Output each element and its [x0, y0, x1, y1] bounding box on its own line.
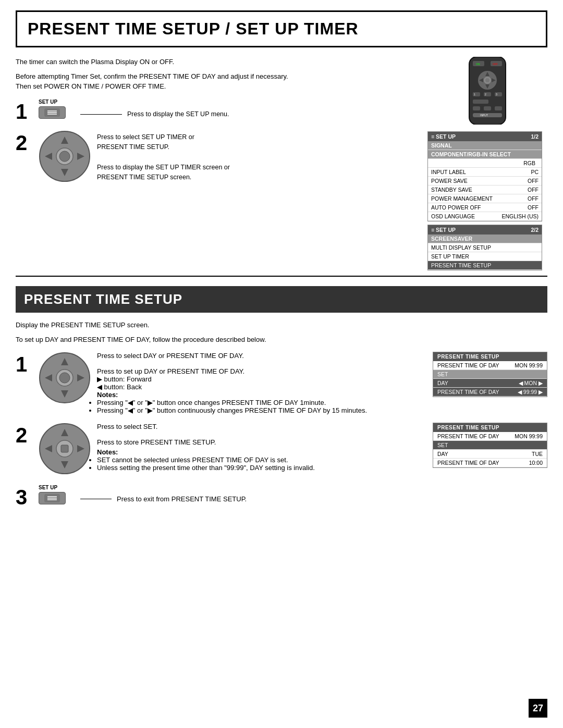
- menu-power-save-label: POWER SAVE: [431, 178, 468, 184]
- section2-intro1: Display the PRESENT TIME SETUP screen.: [16, 320, 547, 330]
- svg-text:1: 1: [474, 93, 475, 96]
- section2-step1-row: 1 Press to select DAY or PRESENT TIME OF…: [16, 352, 547, 414]
- pts2-row3: DAY TUE: [433, 450, 547, 459]
- pts2-row4: PRESENT TIME OF DAY 10:00: [433, 459, 547, 467]
- svg-rect-29: [473, 100, 488, 104]
- section2-title-box: PRESENT TIME SETUP: [16, 286, 547, 313]
- menu-multi-display-label: MULTI DISPLAY SETUP: [431, 244, 491, 251]
- section2-step3-graphic: SET UP: [39, 485, 74, 504]
- menu-auto-power-value: OFF: [528, 204, 538, 211]
- step1-desc: Press to display the SET UP menu.: [127, 109, 417, 119]
- pts1-row1: PRESENT TIME OF DAY MON 99:99: [433, 361, 547, 370]
- pts1-row4-label: PRESENT TIME OF DAY: [437, 389, 499, 395]
- remote-control-graphic: ON OFF 1: [427, 57, 547, 126]
- pts1-header: PRESENT TIME SETUP: [433, 352, 547, 361]
- pts2-row2: SET: [433, 441, 547, 450]
- section2-step1-dpad: [39, 352, 91, 405]
- main-title: PRESENT TIME SETUP / SET UP TIMER: [28, 19, 535, 39]
- pts1-row3: DAY ◀ MON ▶: [433, 379, 547, 388]
- menu-present-time-row: PRESENT TIME SETUP: [428, 261, 542, 270]
- menu-signal-label: SIGNAL: [431, 142, 452, 149]
- pts1-row4-value: ◀ 99:99 ▶: [518, 389, 543, 395]
- svg-point-37: [59, 373, 70, 383]
- menu-panel-2-page: 2/2: [531, 227, 538, 233]
- section2-step3-row: 3 SET UP Press to exit from PRESENT TIME…: [16, 485, 547, 508]
- menu-input-label-row: INPUT LABEL PC: [428, 168, 542, 177]
- menu-screensaver-row: SCREENSAVER: [428, 235, 542, 243]
- section2-step3-desc: Press to exit from PRESENT TIME SETUP.: [117, 495, 247, 503]
- menu-standby-save-row: STANDBY SAVE OFF: [428, 186, 542, 194]
- setup-button: [39, 106, 66, 119]
- svg-text:ON: ON: [476, 63, 480, 66]
- menu-osd-lang-row: OSD LANGUAGE ENGLISH (US): [428, 212, 542, 221]
- menu-input-value: PC: [531, 169, 538, 175]
- intro-text-2: Before attempting Timer Set, confirm the…: [16, 71, 417, 92]
- pts2-header: PRESENT TIME SETUP: [433, 423, 547, 432]
- menu-osd-lang-value: ENGLISH (US): [501, 213, 538, 219]
- pts1-row2: SET: [433, 370, 547, 379]
- section2-step3-number: 3: [16, 485, 39, 508]
- section2-step2-panel: PRESENT TIME SETUP PRESENT TIME OF DAY M…: [433, 423, 547, 468]
- section-divider: [16, 276, 547, 277]
- svg-text:INPUT: INPUT: [480, 114, 488, 117]
- main-title-box: PRESENT TIME SETUP / SET UP TIMER: [16, 10, 547, 47]
- step1-graphic: SET UP: [39, 99, 74, 119]
- pts2-row3-label: DAY: [437, 451, 448, 457]
- pts2-row3-value: TUE: [532, 451, 543, 457]
- svg-rect-30: [473, 106, 480, 110]
- pts2-row4-value: 10:00: [529, 460, 543, 466]
- menu-rgb-select-label: COMPONENT/RGB-IN SELECT: [431, 151, 511, 157]
- menu-multi-display-row: MULTI DISPLAY SETUP: [428, 243, 542, 252]
- step3-setup-button: [39, 492, 66, 504]
- pts1-row4: PRESENT TIME OF DAY ◀ 99:99 ▶: [433, 388, 547, 397]
- menu-panel-1-page: 1/2: [531, 133, 538, 140]
- menu-screensaver-label: SCREENSAVER: [431, 236, 472, 242]
- section2-step2-row: 2 Press to select SET. Press to store PR…: [16, 423, 547, 476]
- page-number: 27: [529, 699, 547, 718]
- menu-standby-save-label: STANDBY SAVE: [431, 187, 472, 193]
- pts1-row1-value: MON 99:99: [515, 362, 543, 368]
- pts1-row3-label: DAY: [437, 380, 448, 386]
- menu-present-time-label: PRESENT TIME SETUP: [431, 262, 491, 268]
- pts1-row3-value: ◀ MON ▶: [519, 380, 543, 386]
- right-panel-area: ON OFF 1: [427, 57, 547, 270]
- menu-panel-1: ≡ SET UP 1/2 SIGNAL COMPONENT/RGB-IN SEL…: [427, 131, 542, 221]
- menu-rgb-select-row: COMPONENT/RGB-IN SELECT: [428, 150, 542, 159]
- menu-auto-power-row: AUTO POWER OFF OFF: [428, 203, 542, 212]
- section2-step2-dpad: [39, 423, 91, 476]
- menu-panel-1-header: ≡ SET UP 1/2: [428, 132, 542, 141]
- pts2-row1-label: PRESENT TIME OF DAY: [437, 433, 499, 439]
- svg-rect-32: [495, 106, 502, 110]
- menu-panel-1-title: ≡ SET UP: [431, 133, 456, 140]
- section2-intro2: To set up DAY and PRESENT TIME OF DAY, f…: [16, 335, 547, 345]
- pts2-row4-label: PRESENT TIME OF DAY: [437, 460, 499, 466]
- menu-input-label: INPUT LABEL: [431, 169, 466, 175]
- svg-text:2: 2: [485, 93, 486, 96]
- section2-step1-desc: Press to select DAY or PRESENT TIME OF D…: [97, 352, 424, 414]
- pts1-row1-label: PRESENT TIME OF DAY: [437, 362, 499, 368]
- menu-power-mgmt-row: POWER MANAGEMENT OFF: [428, 194, 542, 203]
- svg-text:3: 3: [496, 93, 497, 96]
- section2-step2-desc: Press to select SET. Press to store PRES…: [97, 423, 424, 472]
- setup-btn-label: SET UP: [39, 99, 57, 105]
- svg-point-6: [59, 151, 70, 162]
- menu-panel-2-header: ≡ SET UP 2/2: [428, 225, 542, 235]
- menu-power-save-row: POWER SAVE OFF: [428, 177, 542, 186]
- menu-set-up-timer-row: SET UP TIMER: [428, 252, 542, 261]
- menu-power-save-value: OFF: [528, 178, 538, 184]
- pts1-row2-label: SET: [437, 371, 448, 377]
- step1-number: 1: [16, 99, 39, 122]
- pts2-row1-value: MON 99:99: [515, 433, 543, 439]
- pts2-row1: PRESENT TIME OF DAY MON 99:99: [433, 432, 547, 441]
- menu-osd-lang-label: OSD LANGUAGE: [431, 213, 475, 219]
- menu-rgb-value: RGB: [523, 160, 535, 166]
- step2-number: 2: [16, 130, 39, 153]
- step3-setup-label: SET UP: [39, 485, 57, 490]
- section2-step1-number: 1: [16, 352, 39, 375]
- step2-row: 2: [16, 130, 417, 184]
- section2-step2-number: 2: [16, 423, 39, 446]
- section2-step1-panel: PRESENT TIME SETUP PRESENT TIME OF DAY M…: [433, 352, 547, 397]
- menu-signal-row: SIGNAL: [428, 141, 542, 150]
- intro-text-1: The timer can switch the Plasma Display …: [16, 57, 417, 67]
- svg-rect-31: [484, 106, 491, 110]
